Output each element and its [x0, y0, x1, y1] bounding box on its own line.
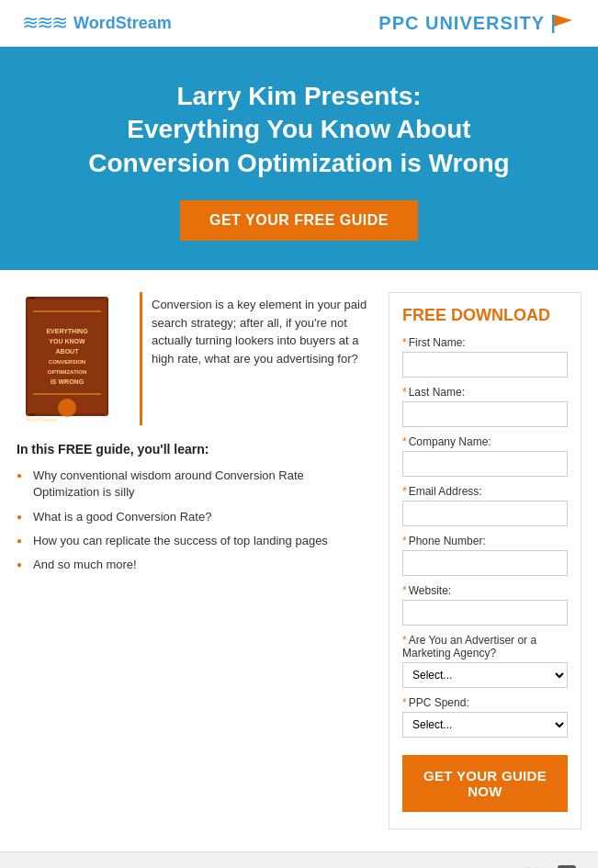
svg-text:ABOUT: ABOUT	[56, 348, 80, 355]
hero-title: Larry Kim Presents:Everything You Know A…	[55, 80, 543, 180]
list-item: How you can replicate the success of top…	[17, 533, 370, 549]
social-links: 𝕏 f	[521, 862, 580, 868]
svg-text:CONVERSION: CONVERSION	[49, 359, 85, 365]
website-input[interactable]	[402, 600, 568, 626]
last-name-label: *Last Name:	[402, 386, 568, 399]
footer: © 2015 WordStream. All rights reserved. …	[0, 851, 598, 868]
flag-icon	[550, 13, 576, 33]
wordstream-logo: ≋≋≋ WordStream	[22, 11, 172, 35]
submit-button[interactable]: GET YouR GUIDE NOW	[402, 755, 568, 812]
website-field: *Website:	[402, 584, 568, 626]
advertiser-select[interactable]: Select... Advertiser Marketing Agency Bo…	[402, 662, 568, 688]
wordstream-label: WordStream	[73, 14, 172, 33]
email-field: *Email Address:	[402, 485, 568, 526]
hero-cta-button[interactable]: GET YOUR FREE GUIDE	[180, 200, 418, 241]
company-name-label: *Company Name:	[402, 435, 568, 448]
svg-text:OPTIMIZATION: OPTIMIZATION	[48, 369, 87, 375]
last-name-input[interactable]	[402, 401, 568, 427]
list-item: Why conventional wisdom around Conversio…	[17, 468, 370, 501]
book-description: Conversion is a key element in your paid…	[140, 292, 370, 425]
main-content: EVERYTHING YOU KNOW ABOUT CONVERSION OPT…	[0, 270, 598, 851]
phone-label: *Phone Number:	[402, 535, 568, 547]
email-label: *Email Address:	[402, 485, 568, 498]
svg-rect-6	[33, 393, 101, 395]
hero-section: Larry Kim Presents:Everything You Know A…	[0, 47, 598, 270]
svg-marker-0	[554, 15, 572, 27]
phone-input[interactable]	[402, 550, 568, 576]
svg-text:EVERYTHING: EVERYTHING	[46, 328, 88, 334]
bullet-list: Why conventional wisdom around Conversio…	[17, 468, 370, 573]
header: ≋≋≋ WordStream PPC UNIVERSITY	[0, 0, 598, 47]
ppc-spend-label: *PPC Spend:	[402, 696, 568, 709]
book-section: EVERYTHING YOU KNOW ABOUT CONVERSION OPT…	[17, 292, 370, 425]
svg-rect-5	[33, 310, 101, 312]
waves-icon: ≋≋≋	[22, 11, 66, 35]
guide-intro: In this FREE guide, you'll learn:	[17, 442, 370, 457]
ppc-label: PPC UNIVERSITY	[378, 13, 545, 34]
svg-text:IS WRONG: IS WRONG	[51, 378, 85, 385]
ppc-spend-select[interactable]: Select... $0 - $1,000 $1,000 - $5,000 $5…	[402, 712, 568, 738]
list-item: And so much more!	[17, 557, 370, 573]
svg-text:YOU KNOW: YOU KNOW	[49, 338, 85, 344]
form-title: FREE DOWNLOAD	[402, 306, 568, 325]
book-image: EVERYTHING YOU KNOW ABOUT CONVERSION OPT…	[17, 292, 127, 425]
advertiser-field: *Are You an Advertiser or a Marketing Ag…	[402, 634, 568, 688]
first-name-label: *First Name:	[402, 336, 568, 349]
left-column: EVERYTHING YOU KNOW ABOUT CONVERSION OPT…	[17, 292, 389, 581]
ppc-university-logo: PPC UNIVERSITY	[378, 13, 576, 34]
svg-rect-1	[552, 15, 555, 33]
last-name-field: *Last Name:	[402, 386, 568, 427]
website-label: *Website:	[402, 584, 568, 597]
advertiser-label: *Are You an Advertiser or a Marketing Ag…	[402, 634, 568, 659]
email-input[interactable]	[402, 501, 568, 526]
form-panel: FREE DOWNLOAD *First Name: *Last Name: *…	[389, 292, 581, 829]
ppc-spend-field: *PPC Spend: Select... $0 - $1,000 $1,000…	[402, 696, 568, 738]
phone-field: *Phone Number:	[402, 535, 568, 576]
list-item: What is a good Conversion Rate?	[17, 509, 370, 525]
first-name-field: *First Name:	[402, 336, 568, 378]
company-name-field: *Company Name:	[402, 435, 568, 477]
facebook-icon[interactable]: f	[554, 862, 580, 868]
twitter-icon[interactable]: 𝕏	[521, 862, 547, 868]
svg-text:WordStream: WordStream	[26, 417, 57, 423]
first-name-input[interactable]	[402, 352, 568, 378]
svg-point-13	[58, 399, 76, 417]
svg-rect-4	[28, 299, 107, 413]
company-name-input[interactable]	[402, 451, 568, 477]
